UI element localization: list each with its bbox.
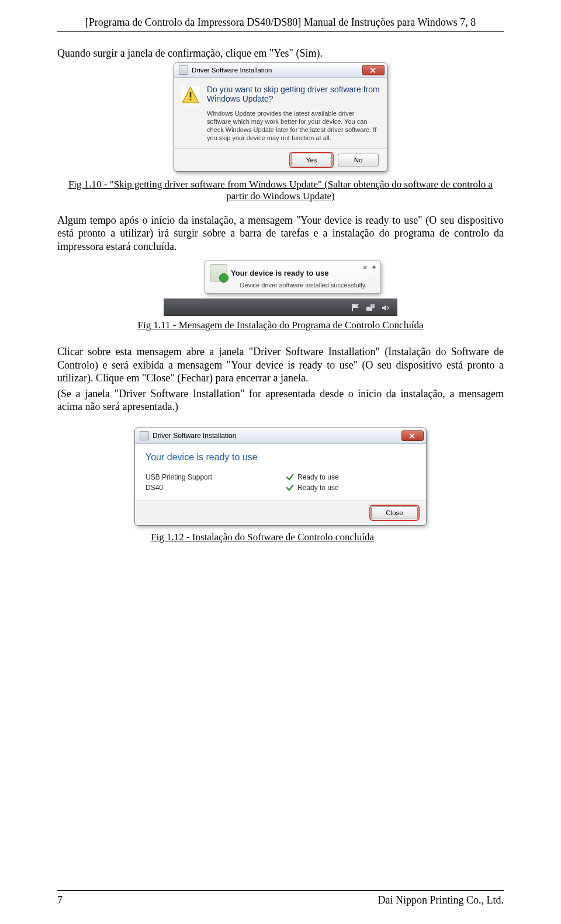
dialog-install-complete: Driver Software Installation Your device…	[134, 428, 427, 526]
page-footer: 7 Dai Nippon Printing Co., Ltd.	[57, 890, 504, 906]
warning-icon	[181, 86, 200, 105]
speaker-icon[interactable]	[381, 303, 390, 312]
network-icon[interactable]	[366, 303, 375, 312]
close-button[interactable]: Close	[371, 506, 418, 519]
dialog3-title-text: Driver Software Installation	[153, 432, 236, 440]
svg-rect-5	[370, 304, 375, 308]
device-ready-icon	[210, 264, 227, 282]
balloon-subtitle: Device driver software installed success…	[231, 282, 376, 289]
page-number: 7	[57, 894, 63, 906]
close-icon[interactable]	[401, 430, 424, 441]
caption-fig-1-11: Fig 1.11 - Mensagem de Instalação do Pro…	[57, 319, 504, 331]
para-after-111-b: (Se a janela "Driver Software Installati…	[57, 387, 504, 414]
company-name: Dai Nippon Printing Co., Ltd.	[378, 894, 504, 906]
installer-icon	[140, 431, 149, 440]
yes-button[interactable]: Yes	[291, 154, 332, 166]
balloon-title: Your device is ready to use	[231, 269, 328, 277]
para-intro-1: Quando surgir a janela de confirmação, c…	[57, 47, 504, 60]
flag-icon[interactable]	[351, 303, 360, 312]
device-name: USB Printing Support	[146, 473, 286, 481]
dialog3-titlebar: Driver Software Installation	[135, 428, 426, 444]
close-icon[interactable]	[362, 65, 385, 75]
checkmark-icon	[286, 473, 294, 481]
dialog1-title-text: Driver Software Installation	[192, 67, 272, 74]
device-name: DS40	[146, 484, 286, 492]
dialog1-body-text: Windows Update provides the latest avail…	[207, 109, 380, 143]
body-text-block-1: Quando surgir a janela de confirmação, c…	[57, 47, 504, 60]
installer-icon	[179, 65, 188, 75]
para-after-110: Algum tempo após o início da instalação,…	[57, 214, 504, 253]
svg-rect-3	[352, 304, 353, 311]
device-row: USB Printing Support Ready to use	[146, 472, 415, 482]
gear-icon[interactable]: ✦	[371, 263, 377, 272]
device-row: DS40 Ready to use	[146, 482, 415, 493]
dialog1-heading: Do you want to skip getting driver softw…	[207, 85, 380, 103]
dialog-skip-driver: Driver Software Installation Do you want…	[174, 62, 387, 172]
device-status: Ready to use	[297, 473, 415, 481]
checkmark-icon	[286, 484, 294, 492]
body-text-block-2: Algum tempo após o início da instalação,…	[57, 214, 504, 253]
document-header: [Programa de Controlo da Impressora DS40…	[57, 16, 504, 32]
svg-rect-2	[190, 99, 192, 100]
caption-fig-1-10: Fig 1.10 - "Skip getting driver software…	[57, 179, 504, 202]
taskbar	[164, 298, 397, 316]
svg-rect-1	[190, 92, 192, 98]
dialog1-titlebar: Driver Software Installation	[174, 63, 387, 78]
taskbar-notification-figure: ✦ ✕ Your device is ready to use Device d…	[164, 260, 397, 316]
no-button[interactable]: No	[338, 154, 379, 166]
device-status: Ready to use	[297, 484, 415, 492]
notification-balloon[interactable]: ✦ ✕ Your device is ready to use Device d…	[205, 260, 381, 294]
body-text-block-3: Clicar sobre esta mensagem abre a janela…	[57, 345, 504, 414]
caption-fig-1-12: Fig 1.12 - Instalação do Software de Con…	[57, 532, 504, 543]
dialog3-heading: Your device is ready to use	[146, 452, 415, 463]
para-after-111-a: Clicar sobre esta mensagem abre a janela…	[57, 345, 504, 385]
close-icon[interactable]: ✕	[362, 264, 368, 272]
svg-marker-6	[382, 305, 386, 311]
